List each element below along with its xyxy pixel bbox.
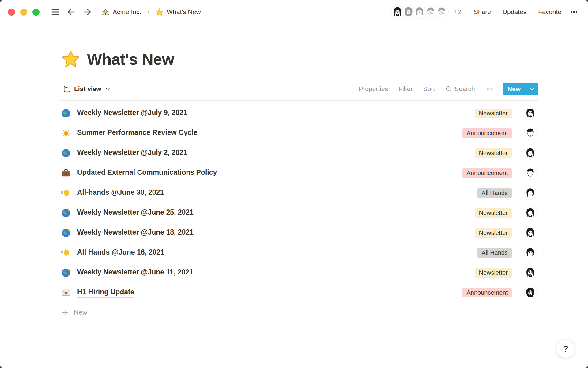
help-label: ? bbox=[563, 344, 568, 354]
globe-icon bbox=[61, 148, 71, 158]
chevron-down-icon bbox=[530, 86, 535, 92]
page-link[interactable]: Weekly Newsletter @July 9, 2021 bbox=[77, 109, 187, 118]
forward-arrow-icon[interactable] bbox=[81, 5, 94, 19]
avatar-woman-dark-hair bbox=[524, 286, 537, 299]
avatar-man-short-hair bbox=[524, 167, 537, 179]
window-controls bbox=[8, 9, 40, 16]
toolbar-actions: Properties Filter Sort Search New bbox=[356, 82, 538, 96]
avatar-woman-long-hair bbox=[524, 207, 537, 219]
globe-icon bbox=[61, 268, 71, 278]
close-window-button[interactable] bbox=[8, 9, 15, 16]
app-window: Acme Inc. / What's New +2 Share Updates … bbox=[0, 0, 588, 368]
page-link[interactable]: All Hands @June 16, 2021 bbox=[77, 248, 164, 258]
globe-icon bbox=[61, 208, 71, 218]
chevron-down-icon bbox=[105, 86, 110, 92]
filter-button[interactable]: Filter bbox=[395, 84, 416, 94]
minimize-window-button[interactable] bbox=[20, 9, 27, 16]
page-link[interactable]: Weekly Newsletter @July 2, 2021 bbox=[77, 148, 187, 158]
breadcrumb-page[interactable]: What's New bbox=[153, 7, 202, 17]
list-item[interactable]: Weekly Newsletter @June 18, 2021 Newslet… bbox=[61, 223, 538, 243]
list-item[interactable]: H1 Hiring Update Announcement bbox=[61, 283, 538, 303]
view-options-icon[interactable] bbox=[482, 82, 496, 96]
star-icon bbox=[155, 8, 164, 16]
page-title: What's New bbox=[61, 50, 538, 69]
list-item[interactable]: All Hands @June 16, 2021 All Hands bbox=[61, 243, 538, 263]
avatar-woman-long-hair bbox=[524, 227, 537, 239]
page-content: What's New List view Properties bbox=[0, 50, 588, 320]
star-icon[interactable] bbox=[61, 50, 80, 69]
search-button[interactable]: Search bbox=[442, 84, 478, 94]
new-split-button: New bbox=[503, 83, 538, 95]
list-item[interactable]: Weekly Newsletter @July 9, 2021 Newslett… bbox=[61, 103, 538, 123]
breadcrumb: Acme Inc. / What's New bbox=[100, 7, 203, 17]
tag-badge[interactable]: Announcement bbox=[462, 128, 512, 138]
search-label: Search bbox=[454, 85, 475, 93]
list-view-icon bbox=[63, 85, 71, 93]
plus-icon bbox=[61, 309, 69, 316]
page-title-text[interactable]: What's New bbox=[87, 50, 174, 68]
list-item[interactable]: All-hands @June 30, 2021 All Hands bbox=[61, 183, 538, 203]
sun-icon bbox=[61, 128, 71, 138]
properties-button[interactable]: Properties bbox=[356, 84, 391, 94]
page-link[interactable]: Weekly Newsletter @June 11, 2021 bbox=[77, 268, 193, 278]
tag-badge[interactable]: Newsletter bbox=[475, 268, 512, 278]
page-link[interactable]: Updated External Communications Policy bbox=[77, 168, 217, 178]
page-link[interactable]: H1 Hiring Update bbox=[77, 288, 134, 298]
tag-badge[interactable]: Newsletter bbox=[475, 148, 512, 158]
breadcrumb-separator: / bbox=[146, 8, 150, 16]
back-arrow-icon[interactable] bbox=[65, 5, 78, 19]
new-button-caret[interactable] bbox=[526, 83, 538, 95]
tag-badge[interactable]: Newsletter bbox=[475, 208, 512, 218]
list-item[interactable]: Summer Performance Review Cycle Announce… bbox=[61, 123, 538, 143]
page-link[interactable]: All-hands @June 30, 2021 bbox=[77, 188, 164, 198]
breadcrumb-workspace[interactable]: Acme Inc. bbox=[100, 7, 143, 17]
page-link[interactable]: Summer Performance Review Cycle bbox=[77, 128, 197, 138]
tag-badge[interactable]: All Hands bbox=[477, 248, 512, 258]
page-name: What's New bbox=[167, 8, 201, 16]
updates-button[interactable]: Updates bbox=[499, 6, 530, 17]
avatar-woman-long-hair bbox=[524, 266, 537, 279]
list-item[interactable]: Weekly Newsletter @June 11, 2021 Newslet… bbox=[61, 263, 538, 283]
globe-icon bbox=[61, 109, 71, 118]
topbar: Acme Inc. / What's New +2 Share Updates … bbox=[0, 0, 588, 24]
globe-icon bbox=[61, 228, 71, 238]
help-button[interactable]: ? bbox=[556, 339, 575, 358]
briefcase-icon bbox=[61, 168, 71, 178]
avatar-overflow-count[interactable]: +2 bbox=[454, 8, 461, 16]
search-icon bbox=[445, 86, 452, 92]
tag-badge[interactable]: Newsletter bbox=[475, 109, 512, 118]
page-link[interactable]: Weekly Newsletter @June 25, 2021 bbox=[77, 208, 194, 218]
avatar-woman-bob bbox=[524, 247, 537, 259]
sort-button[interactable]: Sort bbox=[420, 84, 438, 94]
more-options-icon[interactable] bbox=[567, 5, 581, 19]
share-button[interactable]: Share bbox=[471, 6, 494, 17]
love-letter-icon bbox=[61, 288, 71, 297]
waving-hand-icon bbox=[61, 248, 71, 258]
tag-badge[interactable]: Announcement bbox=[462, 288, 512, 297]
list-item[interactable]: Weekly Newsletter @July 2, 2021 Newslett… bbox=[61, 143, 538, 163]
sidebar-menu-icon[interactable] bbox=[49, 5, 62, 19]
add-row-label: New bbox=[74, 309, 87, 316]
new-button[interactable]: New bbox=[503, 83, 526, 95]
tag-badge[interactable]: Announcement bbox=[462, 168, 512, 178]
avatar-man-short-hair[interactable] bbox=[435, 5, 448, 19]
list-item[interactable]: Weekly Newsletter @June 25, 2021 Newslet… bbox=[61, 203, 538, 223]
favorite-button[interactable]: Favorite bbox=[535, 6, 564, 17]
nav-controls bbox=[49, 5, 94, 19]
avatar-woman-long-hair bbox=[524, 147, 537, 159]
database-list: Weekly Newsletter @July 9, 2021 Newslett… bbox=[61, 101, 538, 303]
list-item[interactable]: Updated External Communications Policy A… bbox=[61, 163, 538, 183]
avatar-woman-long-hair bbox=[524, 107, 537, 120]
tag-badge[interactable]: All Hands bbox=[477, 188, 512, 198]
view-label: List view bbox=[74, 85, 101, 93]
view-switcher[interactable]: List view bbox=[61, 84, 112, 94]
waving-hand-icon bbox=[61, 188, 71, 198]
viewer-avatars[interactable] bbox=[391, 5, 448, 19]
avatar-woman-bob bbox=[524, 187, 537, 199]
house-icon bbox=[101, 8, 110, 16]
tag-badge[interactable]: Newsletter bbox=[475, 228, 512, 238]
page-link[interactable]: Weekly Newsletter @June 18, 2021 bbox=[77, 228, 194, 238]
add-row-button[interactable]: New bbox=[61, 305, 538, 320]
view-toolbar: List view Properties Filter Sort Search … bbox=[61, 82, 538, 101]
zoom-window-button[interactable] bbox=[32, 9, 40, 16]
